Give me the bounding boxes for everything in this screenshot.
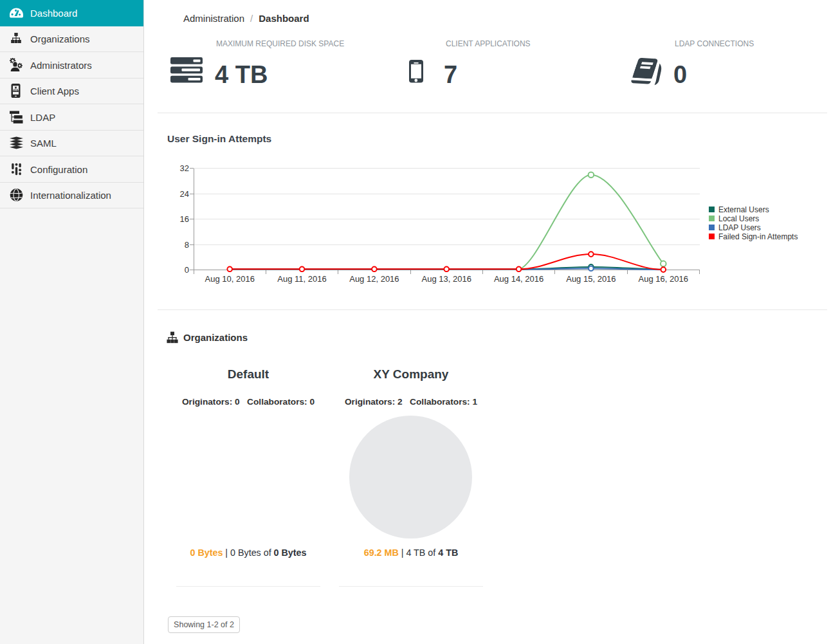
svg-text:8: 8 <box>185 240 189 250</box>
svg-text:Aug 10, 2016: Aug 10, 2016 <box>205 274 255 284</box>
svg-text:0: 0 <box>185 265 189 275</box>
svg-text:Local Users: Local Users <box>718 214 759 223</box>
svg-text:Failed Sign-in Attempts: Failed Sign-in Attempts <box>718 232 798 241</box>
svg-text:24: 24 <box>180 189 189 199</box>
svg-text:Aug 14, 2016: Aug 14, 2016 <box>494 274 543 284</box>
svg-text:LDAP Users: LDAP Users <box>718 223 761 232</box>
svg-text:Aug 15, 2016: Aug 15, 2016 <box>566 274 616 284</box>
svg-text:Aug 13, 2016: Aug 13, 2016 <box>422 274 471 284</box>
svg-text:External Users: External Users <box>718 205 769 214</box>
svg-text:32: 32 <box>180 163 189 173</box>
svg-text:Aug 12, 2016: Aug 12, 2016 <box>349 274 399 284</box>
svg-text:16: 16 <box>180 214 189 224</box>
svg-text:Aug 16, 2016: Aug 16, 2016 <box>639 274 688 284</box>
svg-text:Aug 11, 2016: Aug 11, 2016 <box>277 274 326 284</box>
